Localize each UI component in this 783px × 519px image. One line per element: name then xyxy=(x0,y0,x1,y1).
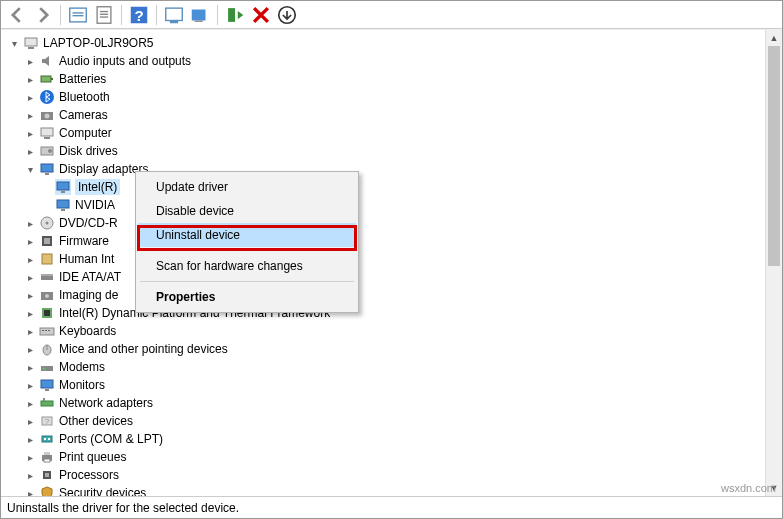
expand-icon[interactable]: ▸ xyxy=(23,90,37,104)
root-label: LAPTOP-0LJR9OR5 xyxy=(43,36,154,50)
category-keyboards[interactable]: ▸Keyboards xyxy=(7,322,782,340)
expand-icon[interactable]: ▸ xyxy=(23,126,37,140)
category-label: Other devices xyxy=(59,414,133,428)
show-hidden-button[interactable] xyxy=(66,4,90,26)
uninstall-device-button[interactable] xyxy=(249,4,273,26)
expand-icon[interactable]: ▸ xyxy=(23,270,37,284)
svg-rect-2 xyxy=(73,15,84,16)
status-bar: Uninstalls the driver for the selected d… xyxy=(1,496,782,518)
svg-rect-4 xyxy=(100,10,108,11)
category-thermal[interactable]: ▸Intel(R) Dynamic Platform and Thermal F… xyxy=(7,304,782,322)
category-firmware[interactable]: ▸Firmware xyxy=(7,232,782,250)
expand-icon[interactable]: ▸ xyxy=(23,414,37,428)
menu-separator xyxy=(140,281,354,282)
toolbar: ? xyxy=(1,1,782,29)
category-imaging[interactable]: ▸Imaging de xyxy=(7,286,782,304)
category-ports[interactable]: ▸Ports (COM & LPT) xyxy=(7,430,782,448)
properties-button[interactable] xyxy=(92,4,116,26)
svg-rect-61 xyxy=(44,452,50,455)
scan-hardware-button[interactable] xyxy=(188,4,212,26)
category-network[interactable]: ▸Network adapters xyxy=(7,394,782,412)
category-label: Imaging de xyxy=(59,288,118,302)
expand-icon[interactable]: ▸ xyxy=(23,234,37,248)
device-nvidia[interactable]: NVIDIA xyxy=(7,196,782,214)
expand-icon[interactable]: ▸ xyxy=(23,306,37,320)
device-label: Intel(R) xyxy=(75,179,120,195)
collapse-icon[interactable]: ▾ xyxy=(7,36,21,50)
menu-update-driver[interactable]: Update driver xyxy=(138,175,356,199)
enable-device-button[interactable] xyxy=(223,4,247,26)
mouse-icon xyxy=(39,341,55,357)
expand-icon[interactable]: ▸ xyxy=(23,396,37,410)
device-tree-panel: ▾ LAPTOP-0LJR9OR5 ▸Audio inputs and outp… xyxy=(1,29,782,496)
scan-changes-button[interactable] xyxy=(275,4,299,26)
svg-rect-1 xyxy=(73,12,84,13)
expand-icon[interactable]: ▸ xyxy=(23,432,37,446)
category-batteries[interactable]: ▸Batteries xyxy=(7,70,782,88)
expand-icon[interactable]: ▸ xyxy=(23,378,37,392)
expand-icon[interactable]: ▸ xyxy=(23,342,37,356)
expand-icon[interactable]: ▸ xyxy=(23,324,37,338)
category-dvd[interactable]: ▸DVD/CD-R xyxy=(7,214,782,232)
category-label: Processors xyxy=(59,468,119,482)
expand-icon[interactable]: ▸ xyxy=(23,450,37,464)
menu-properties[interactable]: Properties xyxy=(138,285,356,309)
expand-icon[interactable]: ▸ xyxy=(23,108,37,122)
category-display-adapters[interactable]: ▾Display adapters xyxy=(7,160,782,178)
audio-icon xyxy=(39,53,55,69)
svg-rect-5 xyxy=(100,13,108,14)
menu-disable-device[interactable]: Disable device xyxy=(138,199,356,223)
category-monitors[interactable]: ▸Monitors xyxy=(7,376,782,394)
scroll-thumb[interactable] xyxy=(768,46,780,266)
expand-icon[interactable]: ▸ xyxy=(23,288,37,302)
category-hid[interactable]: ▸Human Int xyxy=(7,250,782,268)
category-computer[interactable]: ▸Computer xyxy=(7,124,782,142)
category-other[interactable]: ▸?Other devices xyxy=(7,412,782,430)
category-cameras[interactable]: ▸Cameras xyxy=(7,106,782,124)
forward-button[interactable] xyxy=(31,4,55,26)
expand-icon[interactable]: ▸ xyxy=(23,72,37,86)
menu-scan-hardware[interactable]: Scan for hardware changes xyxy=(138,254,356,278)
imaging-icon xyxy=(39,287,55,303)
svg-rect-18 xyxy=(51,78,53,80)
category-disk-drives[interactable]: ▸Disk drives xyxy=(7,142,782,160)
svg-rect-27 xyxy=(45,173,49,175)
svg-rect-36 xyxy=(42,254,52,264)
collapse-icon[interactable]: ▾ xyxy=(23,162,37,176)
category-processors[interactable]: ▸Processors xyxy=(7,466,782,484)
svg-rect-35 xyxy=(44,238,50,244)
device-tree[interactable]: ▾ LAPTOP-0LJR9OR5 ▸Audio inputs and outp… xyxy=(1,30,782,496)
category-label: Firmware xyxy=(59,234,109,248)
computer-icon xyxy=(23,35,39,51)
thermal-icon xyxy=(39,305,55,321)
svg-rect-54 xyxy=(43,398,45,401)
expand-icon[interactable]: ▸ xyxy=(23,468,37,482)
update-driver-button[interactable] xyxy=(162,4,186,26)
menu-separator xyxy=(140,250,354,251)
expand-icon[interactable]: ▸ xyxy=(23,144,37,158)
device-intel[interactable]: Intel(R) xyxy=(7,178,782,196)
category-audio[interactable]: ▸Audio inputs and outputs xyxy=(7,52,782,70)
expand-icon[interactable]: ▸ xyxy=(23,216,37,230)
expand-icon[interactable]: ▸ xyxy=(23,360,37,374)
category-ide[interactable]: ▸IDE ATA/AT xyxy=(7,268,782,286)
svg-rect-26 xyxy=(41,164,53,172)
expand-icon[interactable]: ▸ xyxy=(23,252,37,266)
expand-icon[interactable]: ▸ xyxy=(23,486,37,496)
category-security[interactable]: ▸Security devices xyxy=(7,484,782,496)
svg-rect-11 xyxy=(192,9,206,20)
svg-rect-22 xyxy=(41,128,53,136)
category-mice[interactable]: ▸Mice and other pointing devices xyxy=(7,340,782,358)
scroll-up-icon[interactable]: ▲ xyxy=(766,29,782,46)
menu-uninstall-device[interactable]: Uninstall device xyxy=(138,223,356,247)
vertical-scrollbar[interactable]: ▲ ▼ xyxy=(765,29,782,496)
category-bluetooth[interactable]: ▸Bluetooth xyxy=(7,88,782,106)
expand-icon[interactable]: ▸ xyxy=(23,54,37,68)
separator xyxy=(60,5,61,25)
root-node[interactable]: ▾ LAPTOP-0LJR9OR5 xyxy=(7,34,782,52)
category-print[interactable]: ▸Print queues xyxy=(7,448,782,466)
category-modems[interactable]: ▸Modems xyxy=(7,358,782,376)
help-button[interactable]: ? xyxy=(127,4,151,26)
back-button[interactable] xyxy=(5,4,29,26)
category-label: Ports (COM & LPT) xyxy=(59,432,163,446)
